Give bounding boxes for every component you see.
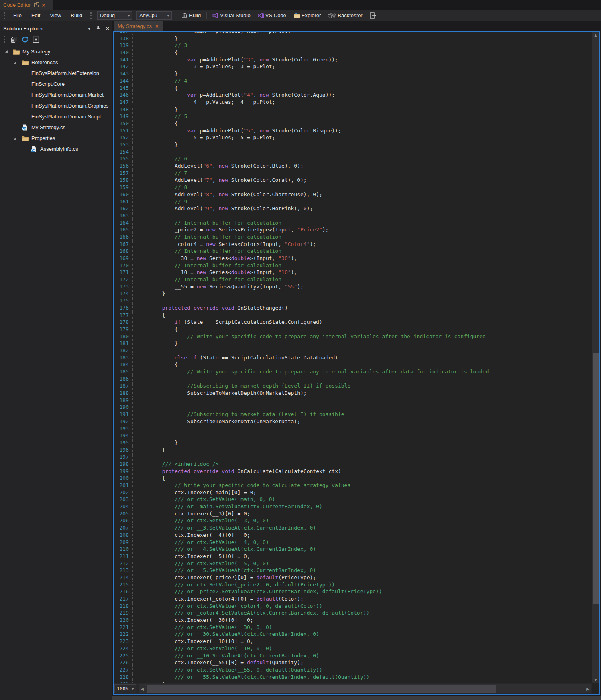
code-line-175[interactable]: 175 — [114, 297, 592, 304]
code-line-222[interactable]: 222 /// or __30.SetValueAt(ctx.CurrentBa… — [114, 631, 592, 638]
code-line-149[interactable]: 149 // 5 — [114, 113, 592, 120]
code-text[interactable]: ctx.Indexer(__55)[0] = default(Quantity)… — [133, 659, 304, 666]
horizontal-scrollbar[interactable]: ◀ ▶ — [139, 684, 591, 693]
code-line-224[interactable]: 224 /// or ctx.SetValue(__10, 0, 0) — [114, 645, 592, 652]
code-line-206[interactable]: 206 /// or ctx.SetValue(__3, 0, 0) — [114, 517, 592, 524]
code-text[interactable]: else if (State == ScriptCalculationState… — [133, 354, 338, 361]
code-text[interactable]: } — [133, 680, 165, 683]
code-line-195[interactable]: 195 } — [114, 439, 592, 446]
code-text[interactable]: } — [133, 446, 165, 454]
code-text[interactable] — [133, 404, 137, 411]
line-number[interactable]: 198 — [114, 461, 129, 468]
code-text[interactable]: { — [133, 475, 165, 482]
line-number[interactable]: 138 — [114, 35, 129, 42]
code-line-217[interactable]: 217 ctx.Indexer(_color4)[0] = default(Co… — [114, 595, 592, 603]
menu-view[interactable]: View — [47, 11, 64, 20]
line-number[interactable]: 183 — [114, 354, 129, 361]
code-text[interactable]: var p=AddLinePlot("4", new Stroke(Color.… — [133, 91, 335, 99]
vs-code-button[interactable]: VS Code — [256, 12, 288, 20]
code-line-176[interactable]: 176 protected override void OnStateChang… — [114, 304, 592, 312]
code-line-159[interactable]: 159 // 8 — [114, 184, 592, 191]
line-number[interactable]: 177 — [114, 312, 129, 319]
tree-item-assemblyinfo-cs[interactable]: C#AssemblyInfo.cs — [0, 144, 112, 154]
line-number[interactable]: 176 — [114, 304, 129, 312]
code-text[interactable]: ctx.Indexer(_color4)[0] = default(Color)… — [133, 595, 304, 603]
code-line-192[interactable]: 192 SubscribeToMarketData(OnMarketData); — [114, 418, 592, 425]
line-number[interactable]: 182 — [114, 347, 129, 354]
code-content[interactable]: 137 __main = p.Values; Main = p.Plot;138… — [114, 32, 592, 683]
code-line-200[interactable]: 200 { — [114, 475, 592, 482]
code-text[interactable] — [133, 347, 137, 354]
code-text[interactable]: { — [133, 361, 178, 368]
line-number[interactable]: 229 — [114, 680, 129, 683]
line-number[interactable]: 151 — [114, 127, 129, 134]
line-number[interactable]: 150 — [114, 120, 129, 127]
visual-studio-button[interactable]: Visual Studio — [211, 12, 252, 20]
code-line-209[interactable]: 209 /// or ctx.SetValue(__4, 0, 0) — [114, 539, 592, 546]
code-line-178[interactable]: 178 if (State == ScriptCalculationState.… — [114, 319, 592, 326]
code-line-210[interactable]: 210 /// or __4.SetValueAt(ctx.CurrentBar… — [114, 546, 592, 553]
code-text[interactable]: // Internal buffer for calculation — [133, 248, 281, 255]
scroll-down-icon[interactable]: ▼ — [592, 678, 599, 682]
line-number[interactable]: 157 — [114, 170, 129, 177]
code-text[interactable]: /// or _price2.SetValueAt(ctx.CurrentBar… — [133, 588, 382, 595]
code-line-211[interactable]: 211 ctx.Indexer(__5)[0] = 0; — [114, 553, 592, 560]
backtester-button[interactable]: Backtester — [326, 12, 364, 19]
code-line-226[interactable]: 226 ctx.Indexer(__55)[0] = default(Quant… — [114, 659, 592, 666]
code-text[interactable] — [133, 375, 137, 383]
exit-button[interactable] — [368, 12, 379, 20]
configuration-dropdown[interactable]: Debug ▾ — [97, 11, 132, 20]
code-text[interactable]: __55 = new Series<Quantity>(Input, "55")… — [133, 283, 304, 290]
code-text[interactable]: { — [133, 120, 178, 127]
code-text[interactable]: AddLevel("7", new Stroke(Color.Coral), 0… — [133, 177, 307, 184]
platform-dropdown[interactable]: AnyCpu ▾ — [136, 11, 172, 20]
code-line-137[interactable]: 137 __main = p.Values; Main = p.Plot; — [114, 32, 592, 35]
line-number[interactable]: 224 — [114, 645, 129, 652]
code-text[interactable]: var p=AddLinePlot("3", new Stroke(Color.… — [133, 56, 338, 63]
code-text[interactable]: //Subscribing to market depth (Level II)… — [133, 382, 350, 390]
code-line-203[interactable]: 203 /// or ctx.SetValue(_main, 0, 0) — [114, 496, 592, 503]
line-number[interactable]: 147 — [114, 99, 129, 106]
menu-build[interactable]: Build — [68, 11, 85, 20]
code-line-189[interactable]: 189 — [114, 397, 592, 404]
code-line-172[interactable]: 172 // Internal buffer for calculation — [114, 276, 592, 283]
code-line-145[interactable]: 145 { — [114, 85, 592, 92]
code-line-182[interactable]: 182 — [114, 347, 592, 354]
code-line-151[interactable]: 151 var p=AddLinePlot("5", new Stroke(Co… — [114, 127, 592, 134]
code-text[interactable]: var p=AddLinePlot("5", new Stroke(Color.… — [133, 127, 341, 134]
line-number[interactable]: 170 — [114, 262, 129, 269]
code-line-177[interactable]: 177 { — [114, 312, 592, 319]
code-text[interactable]: } — [133, 106, 178, 113]
line-number[interactable]: 175 — [114, 297, 129, 304]
code-line-156[interactable]: 156 AddLevel("6", new Stroke(Color.Blue)… — [114, 162, 592, 170]
menu-file[interactable]: File — [10, 11, 24, 20]
code-text[interactable]: } — [133, 439, 178, 446]
code-text[interactable]: ctx.Indexer(__30)[0] = 0; — [133, 617, 253, 624]
line-number[interactable]: 221 — [114, 624, 129, 631]
line-number[interactable]: 158 — [114, 177, 129, 184]
code-line-181[interactable]: 181 } — [114, 340, 592, 347]
pin-icon[interactable] — [96, 26, 100, 31]
code-text[interactable] — [133, 212, 137, 219]
copy-icon[interactable] — [10, 36, 17, 43]
code-text[interactable]: // 9 — [133, 198, 187, 205]
line-number[interactable]: 159 — [114, 184, 129, 191]
code-text[interactable] — [133, 432, 137, 439]
code-line-202[interactable]: 202 ctx.Indexer(_main)[0] = 0; — [114, 489, 592, 496]
window-close-icon[interactable]: × — [42, 2, 45, 8]
code-line-220[interactable]: 220 ctx.Indexer(__30)[0] = 0; — [114, 617, 592, 624]
code-text[interactable]: /// <inheritdoc /> — [133, 461, 219, 468]
code-text[interactable]: /// or ctx.SetValue(__55, 0, default(Qua… — [133, 666, 322, 674]
line-number[interactable]: 218 — [114, 603, 129, 610]
expand-arrow-icon[interactable] — [14, 137, 16, 140]
code-line-164[interactable]: 164 // Internal buffer for calculation — [114, 219, 592, 227]
code-line-157[interactable]: 157 // 7 — [114, 170, 592, 177]
code-line-221[interactable]: 221 /// or ctx.SetValue(__30, 0, 0) — [114, 624, 592, 631]
code-text[interactable]: /// or __30.SetValueAt(ctx.CurrentBarInd… — [133, 631, 319, 638]
code-text[interactable]: /// or _main.SetValueAt(ctx.CurrentBarIn… — [133, 503, 322, 510]
line-number[interactable]: 219 — [114, 609, 129, 617]
code-line-169[interactable]: 169 __30 = new Series<double>(Input, "30… — [114, 255, 592, 262]
line-number[interactable]: 225 — [114, 652, 129, 659]
code-text[interactable]: { — [133, 326, 178, 333]
code-text[interactable]: ctx.Indexer(__3)[0] = 0; — [133, 510, 250, 517]
